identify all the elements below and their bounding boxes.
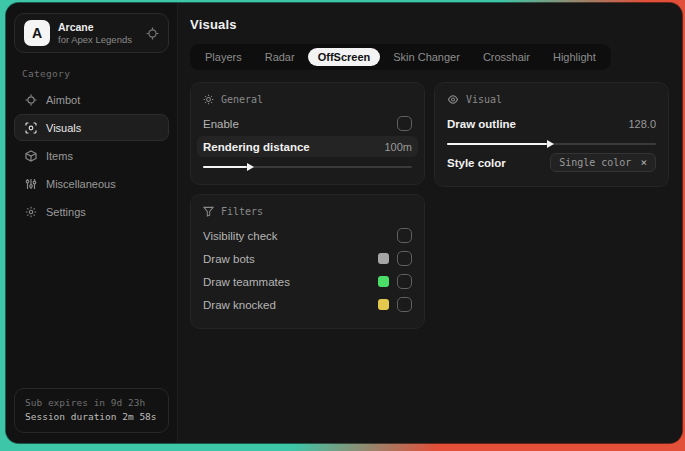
draw-outline-row: Draw outline 128.0 xyxy=(447,113,656,134)
draw-teammates-color-swatch[interactable] xyxy=(378,276,389,287)
tab-radar[interactable]: Radar xyxy=(255,48,305,66)
rendering-distance-label: Rendering distance xyxy=(203,141,310,153)
style-color-selected-value: Single color xyxy=(559,157,631,168)
sidebar-item-label: Items xyxy=(46,150,73,162)
gear-icon xyxy=(25,206,37,218)
clear-icon[interactable]: × xyxy=(640,157,647,168)
tab-highlight[interactable]: Highlight xyxy=(543,48,606,66)
visibility-check-label: Visibility check xyxy=(203,230,278,242)
filters-panel-title: Filters xyxy=(221,206,263,217)
draw-knocked-checkbox[interactable] xyxy=(397,297,412,312)
draw-teammates-label: Draw teammates xyxy=(203,276,290,288)
visual-panel: Visual Draw outline 128.0 Style color Si… xyxy=(434,82,669,187)
target-icon[interactable] xyxy=(146,27,159,40)
sidebar-item-miscellaneous[interactable]: Miscellaneous xyxy=(14,170,169,197)
category-label: Category xyxy=(22,68,161,79)
slider-fill[interactable] xyxy=(447,143,547,145)
funnel-icon xyxy=(203,206,214,217)
tab-skin-changer[interactable]: Skin Changer xyxy=(383,48,470,66)
session-duration-text: Session duration 2m 58s xyxy=(25,410,158,425)
draw-outline-value: 128.0 xyxy=(628,118,656,130)
scan-eye-icon xyxy=(25,122,37,134)
visual-panel-title: Visual xyxy=(466,94,502,105)
sliders-icon xyxy=(25,178,37,190)
draw-knocked-label: Draw knocked xyxy=(203,299,276,311)
sidebar-item-settings[interactable]: Settings xyxy=(14,198,169,225)
enable-row: Enable xyxy=(203,113,412,134)
sidebar-item-label: Visuals xyxy=(46,122,81,134)
eye-icon xyxy=(447,94,459,105)
brand-logo: A xyxy=(24,20,50,46)
page-title: Visuals xyxy=(190,17,669,32)
rendering-distance-value: 100m xyxy=(384,141,412,153)
left-column: General Enable Rendering distance 100m xyxy=(190,82,425,329)
draw-teammates-row: Draw teammates xyxy=(203,271,412,292)
general-panel: General Enable Rendering distance 100m xyxy=(190,82,425,185)
app-window: A Arcane for Apex Legends Category xyxy=(6,3,682,443)
draw-outline-label: Draw outline xyxy=(447,118,516,130)
visibility-check-checkbox[interactable] xyxy=(397,228,412,243)
sidebar-item-visuals[interactable]: Visuals xyxy=(14,114,169,141)
sun-icon xyxy=(203,94,214,105)
brand-header: A Arcane for Apex Legends xyxy=(14,13,169,53)
enable-label: Enable xyxy=(203,118,239,130)
filters-panel: Filters Visibility check Draw bots xyxy=(190,194,425,329)
main-content: Visuals Players Radar OffScreen Skin Cha… xyxy=(178,3,682,443)
tab-crosshair[interactable]: Crosshair xyxy=(473,48,540,66)
cube-icon xyxy=(25,150,37,162)
sub-expires-text: Sub expires in 9d 23h xyxy=(25,396,158,411)
draw-knocked-color-swatch[interactable] xyxy=(378,299,389,310)
crosshair-icon xyxy=(25,94,37,106)
brand-name: Arcane xyxy=(58,21,138,34)
tab-offscreen[interactable]: OffScreen xyxy=(308,48,381,66)
draw-knocked-row: Draw knocked xyxy=(203,294,412,315)
sidebar-item-label: Miscellaneous xyxy=(46,178,116,190)
visibility-check-row: Visibility check xyxy=(203,225,412,246)
draw-bots-label: Draw bots xyxy=(203,253,255,265)
tab-players[interactable]: Players xyxy=(195,48,252,66)
general-panel-title: General xyxy=(221,94,263,105)
slider-fill[interactable] xyxy=(203,166,247,168)
sidebar-item-aimbot[interactable]: Aimbot xyxy=(14,86,169,113)
enable-checkbox[interactable] xyxy=(397,116,412,131)
draw-outline-slider[interactable] xyxy=(447,143,656,145)
draw-bots-checkbox[interactable] xyxy=(397,251,412,266)
style-color-select[interactable]: Single color × xyxy=(550,153,656,172)
sidebar-nav: Aimbot Visuals xyxy=(14,86,169,225)
style-color-label: Style color xyxy=(447,157,506,169)
sidebar-item-label: Settings xyxy=(46,206,86,218)
draw-bots-row: Draw bots xyxy=(203,248,412,269)
style-color-row: Style color Single color × xyxy=(447,152,656,173)
sidebar: A Arcane for Apex Legends Category xyxy=(6,3,178,443)
rendering-distance-slider[interactable] xyxy=(203,166,412,168)
subscription-info: Sub expires in 9d 23h Session duration 2… xyxy=(14,388,169,433)
rendering-distance-row: Rendering distance 100m xyxy=(197,136,418,157)
draw-bots-color-swatch[interactable] xyxy=(378,253,389,264)
sidebar-item-label: Aimbot xyxy=(46,94,80,106)
sidebar-item-items[interactable]: Items xyxy=(14,142,169,169)
right-column: Visual Draw outline 128.0 Style color Si… xyxy=(434,82,669,187)
visuals-tabbar: Players Radar OffScreen Skin Changer Cro… xyxy=(190,44,611,70)
brand-subtitle: for Apex Legends xyxy=(58,34,138,46)
draw-teammates-checkbox[interactable] xyxy=(397,274,412,289)
